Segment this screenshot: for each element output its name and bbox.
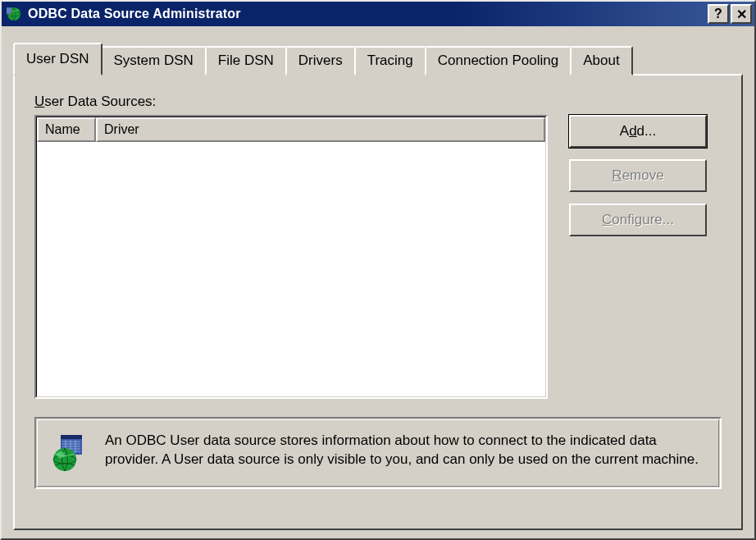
odbc-admin-window: ODBC Data Source Administrator ? ✕ User … <box>0 0 756 540</box>
close-icon: ✕ <box>736 7 747 22</box>
titlebar: ODBC Data Source Administrator ? ✕ <box>2 2 754 26</box>
close-button[interactable]: ✕ <box>731 4 752 24</box>
list-body[interactable] <box>37 142 545 396</box>
tab-user-dsn[interactable]: User DSN <box>13 43 102 76</box>
section-label-hotkey: U <box>34 94 44 109</box>
content-row: Name Driver Add... Remove <box>34 115 722 399</box>
button-column: Add... Remove Configure... <box>569 115 707 236</box>
question-icon: ? <box>714 7 722 21</box>
tab-file-dsn[interactable]: File DSN <box>205 46 287 76</box>
info-box: An ODBC User data source stores informat… <box>34 417 722 489</box>
tab-connection-pooling[interactable]: Connection Pooling <box>425 46 572 76</box>
info-text: An ODBC User data source stores informat… <box>105 432 702 469</box>
svg-rect-7 <box>61 435 82 439</box>
svg-point-16 <box>53 448 76 471</box>
app-icon <box>5 5 23 23</box>
remove-button-hotkey: R <box>612 167 622 184</box>
tab-drivers[interactable]: Drivers <box>285 46 356 76</box>
tab-about[interactable]: About <box>570 46 632 76</box>
listview-border: Name Driver <box>34 115 548 399</box>
tab-panel-user-dsn: User Data Sources: Name Driver <box>13 74 743 530</box>
add-button[interactable]: Add... <box>569 115 707 148</box>
tab-system-dsn[interactable]: System DSN <box>101 46 207 76</box>
column-header-name[interactable]: Name <box>37 117 96 142</box>
client-area: User DSN System DSN File DSN Drivers Tra… <box>2 26 754 538</box>
column-header-driver[interactable]: Driver <box>96 117 545 142</box>
titlebar-buttons: ? ✕ <box>708 4 752 24</box>
add-button-prefix: A <box>620 123 629 140</box>
titlebar-title: ODBC Data Source Administrator <box>28 7 708 21</box>
section-label-text: ser Data Sources: <box>44 94 156 109</box>
help-button[interactable]: ? <box>708 4 729 24</box>
add-button-suffix: d... <box>637 123 657 140</box>
svg-point-18 <box>57 451 65 458</box>
tab-strip: User DSN System DSN File DSN Drivers Tra… <box>13 41 743 74</box>
add-button-hotkey: d <box>629 123 636 140</box>
remove-button-suffix: emove <box>622 167 664 184</box>
user-data-sources-list[interactable]: Name Driver <box>37 117 545 396</box>
list-header: Name Driver <box>37 117 545 142</box>
configure-button: Configure... <box>569 204 707 236</box>
configure-button-suffix: onfigure... <box>612 212 674 228</box>
tab-tracing[interactable]: Tracing <box>354 46 426 76</box>
globe-database-icon <box>51 433 90 473</box>
configure-button-hotkey: C <box>602 212 612 228</box>
remove-button: Remove <box>569 159 707 192</box>
section-label: User Data Sources: <box>34 94 722 110</box>
